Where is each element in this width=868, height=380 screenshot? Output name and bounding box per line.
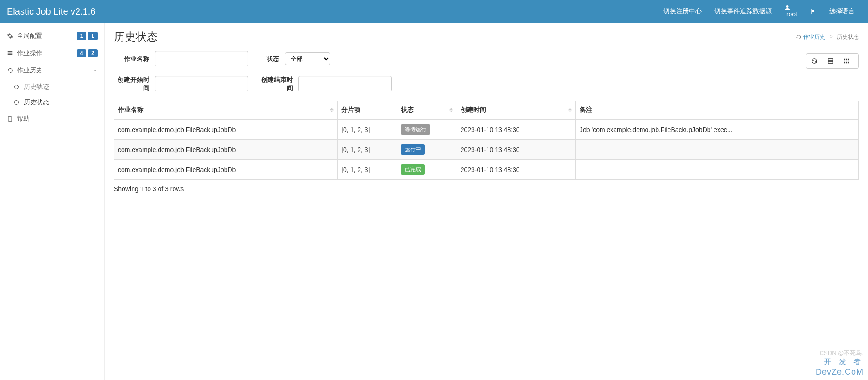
sidebar-item-job-history[interactable]: 作业历史 [0, 62, 104, 79]
user-menu[interactable]: root [778, 0, 804, 25]
switch-trace-link[interactable]: 切换事件追踪数据源 [708, 0, 778, 22]
pagination-info: Showing 1 to 3 of 3 rows [114, 185, 859, 193]
sidebar-submenu-history: 历史轨迹 历史状态 [0, 79, 104, 110]
sidebar-item-label: 历史轨迹 [24, 83, 49, 91]
flag-link[interactable] [804, 1, 823, 21]
filter-label-status: 状态 [257, 55, 285, 63]
col-job-name[interactable]: 作业名称 [114, 101, 338, 120]
circle-icon [14, 100, 21, 105]
toggle-button[interactable] [822, 53, 839, 69]
sidebar-item-label: 作业历史 [17, 66, 42, 75]
table-toolbar [806, 53, 859, 69]
cell-job-name: com.example.demo.job.FileBackupJobDb [114, 140, 338, 160]
svg-rect-8 [844, 61, 845, 61]
cell-status: 等待运行 [397, 119, 457, 140]
top-navbar: Elastic Job Lite v2.1.6 切换注册中心 切换事件追踪数据源… [0, 0, 868, 23]
filter-create-start: 创建开始时间 [114, 76, 248, 92]
filter-label-create-end: 创建结束时间 [257, 76, 298, 92]
svg-rect-11 [844, 62, 845, 63]
col-status[interactable]: 状态 [397, 101, 457, 120]
sidebar-item-global-config[interactable]: 全局配置 1 1 [0, 27, 104, 45]
sidebar-item-job-ops[interactable]: 作业操作 4 2 [0, 45, 104, 62]
cell-remark [576, 140, 859, 160]
cell-status: 运行中 [397, 140, 457, 160]
language-link[interactable]: 选择语言 [823, 0, 861, 22]
breadcrumb-separator: > [830, 34, 833, 40]
columns-icon [843, 58, 850, 64]
col-sharding[interactable]: 分片项 [338, 101, 397, 120]
sidebar-item-help[interactable]: 帮助 [0, 110, 104, 127]
filter-bar: 作业名称 状态 全部 [114, 51, 859, 71]
table-header-row: 作业名称 分片项 状态 创建时间 备注 [114, 101, 859, 120]
svg-point-1 [15, 101, 19, 105]
caret-down-icon [851, 59, 855, 63]
switch-registry-link[interactable]: 切换注册中心 [657, 0, 708, 22]
columns-button[interactable] [839, 53, 859, 69]
cell-sharding: [0, 1, 2, 3] [338, 119, 397, 140]
sidebar-item-history-status[interactable]: 历史状态 [7, 95, 104, 110]
history-table: 作业名称 分片项 状态 创建时间 备注 com.example.demo.job… [114, 101, 859, 180]
chevron-down-icon [93, 68, 98, 73]
sidebar-item-label: 作业操作 [17, 49, 42, 57]
status-badge: 已完成 [401, 164, 425, 175]
col-remark[interactable]: 备注 [576, 101, 859, 120]
refresh-button[interactable] [806, 53, 822, 69]
svg-rect-6 [846, 59, 847, 60]
svg-rect-13 [847, 62, 848, 63]
badges: 1 1 [77, 32, 98, 40]
user-name: root [786, 10, 797, 18]
sidebar-item-history-trace[interactable]: 历史轨迹 [7, 79, 104, 95]
filter-create-end: 创建结束时间 [257, 76, 392, 92]
filter-bar-2: 创建开始时间 创建结束时间 [114, 76, 859, 96]
cell-create-time: 2023-01-10 13:48:30 [457, 140, 575, 160]
history-icon [796, 35, 801, 40]
history-table-wrap: 作业名称 分片项 状态 创建时间 备注 com.example.demo.job… [114, 101, 859, 180]
filter-label-job-name: 作业名称 [114, 55, 155, 63]
filter-label-create-start: 创建开始时间 [114, 76, 155, 92]
refresh-icon [811, 58, 817, 64]
cell-job-name: com.example.demo.job.FileBackupJobDb [114, 119, 338, 140]
status-badge: 等待运行 [401, 124, 430, 135]
flag-icon [810, 8, 817, 15]
breadcrumb: 作业历史 > 历史状态 [796, 33, 859, 41]
cell-remark: Job 'com.example.demo.job.FileBackupJobD… [576, 119, 859, 140]
card-view-icon [827, 58, 834, 64]
badge: 1 [77, 32, 87, 40]
table-row[interactable]: com.example.demo.job.FileBackupJobDb[0, … [114, 140, 859, 160]
navbar-right: 切换注册中心 切换事件追踪数据源 root 选择语言 [657, 0, 861, 25]
list-icon [7, 50, 14, 56]
create-end-input[interactable] [298, 76, 392, 91]
filter-status: 状态 全部 [257, 52, 330, 65]
status-select[interactable]: 全部 [285, 52, 330, 65]
svg-rect-12 [846, 62, 847, 63]
badges: 4 2 [77, 49, 98, 57]
job-name-input[interactable] [155, 51, 248, 66]
cell-remark [576, 160, 859, 180]
cogs-icon [7, 33, 14, 39]
cell-sharding: [0, 1, 2, 3] [338, 160, 397, 180]
create-start-input[interactable] [155, 76, 248, 91]
book-icon [7, 116, 14, 122]
svg-rect-10 [847, 61, 848, 61]
badge: 4 [77, 49, 87, 57]
sidebar: 全局配置 1 1 作业操作 4 2 作业历史 [0, 23, 105, 380]
main-content: 历史状态 作业历史 > 历史状态 作业名称 状态 全部 [105, 23, 868, 380]
svg-rect-9 [846, 61, 847, 61]
history-icon [7, 67, 14, 74]
svg-rect-7 [847, 59, 848, 60]
table-row[interactable]: com.example.demo.job.FileBackupJobDb[0, … [114, 119, 859, 140]
table-body: com.example.demo.job.FileBackupJobDb[0, … [114, 119, 859, 180]
cell-create-time: 2023-01-10 13:48:30 [457, 119, 575, 140]
cell-create-time: 2023-01-10 13:48:30 [457, 160, 575, 180]
cell-job-name: com.example.demo.job.FileBackupJobDb [114, 160, 338, 180]
badge: 1 [88, 32, 98, 40]
svg-rect-5 [844, 59, 845, 60]
svg-rect-2 [828, 59, 833, 64]
col-create-time[interactable]: 创建时间 [457, 101, 575, 120]
table-row[interactable]: com.example.demo.job.FileBackupJobDb[0, … [114, 160, 859, 180]
breadcrumb-parent[interactable]: 作业历史 [803, 34, 825, 40]
filter-job-name: 作业名称 [114, 51, 248, 66]
cell-sharding: [0, 1, 2, 3] [338, 140, 397, 160]
circle-icon [14, 84, 21, 90]
page-header: 历史状态 作业历史 > 历史状态 [114, 30, 859, 44]
